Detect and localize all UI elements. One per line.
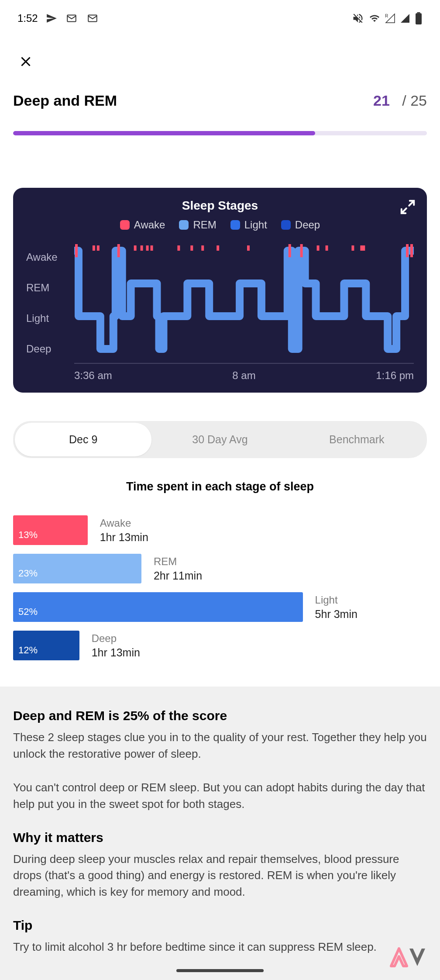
info-text-2: You can't control deep or REM sleep. But… — [13, 780, 427, 812]
status-time: 1:52 — [17, 12, 38, 24]
nav-handle[interactable] — [176, 969, 264, 972]
progress-bar — [13, 131, 427, 135]
info-heading-3: Tip — [13, 918, 427, 933]
legend-light: Light — [230, 219, 267, 231]
status-bar: 1:52 R — [0, 0, 440, 33]
stage-time: 2hr 11min — [154, 569, 202, 582]
score-value: 21 — [373, 92, 390, 109]
stage-time: 5hr 3min — [315, 608, 358, 621]
progress-fill — [13, 131, 315, 135]
hypnogram-line — [74, 251, 414, 349]
stage-row-awake: 13% Awake 1hr 13min — [13, 515, 427, 545]
chart-y-labels: Awake REM Light Deep — [26, 242, 74, 364]
stage-bar-light: 52% — [13, 592, 303, 622]
legend-rem: REM — [179, 219, 216, 231]
awake-markers — [76, 244, 412, 257]
tab-30day-avg[interactable]: 30 Day Avg — [151, 423, 288, 456]
info-text-3: During deep sleep your muscles relax and… — [13, 851, 427, 901]
stage-name: REM — [154, 556, 202, 568]
chart-x-axis: 3:36 am 8 am 1:16 pm — [26, 369, 414, 382]
tabs: Dec 9 30 Day Avg Benchmark — [13, 421, 427, 458]
score-max: 25 — [410, 92, 427, 109]
info-heading-1: Deep and REM is 25% of the score — [13, 708, 427, 723]
stage-name: Light — [315, 594, 358, 606]
chart-title: Sleep Stages — [26, 199, 414, 213]
legend-deep: Deep — [281, 219, 320, 231]
score: 21 / 25 — [373, 92, 427, 109]
sleep-stages-chart-card: Sleep Stages Awake REM Light Deep Awake … — [13, 188, 427, 393]
mail-icon — [65, 13, 78, 24]
svg-text:R: R — [385, 14, 388, 18]
close-button[interactable] — [17, 51, 427, 75]
stage-name: Deep — [92, 632, 140, 645]
info-text-1: These 2 sleep stages clue you in to the … — [13, 729, 427, 762]
stage-bar-rem: 23% — [13, 554, 141, 583]
signal-icon — [400, 13, 410, 24]
tab-benchmark[interactable]: Benchmark — [289, 423, 425, 456]
stage-bar-deep: 12% — [13, 631, 79, 660]
section-heading: Time spent in each stage of sleep — [0, 480, 440, 493]
legend-awake: Awake — [120, 219, 165, 231]
chart-legend: Awake REM Light Deep — [26, 219, 414, 231]
watermark-logo — [388, 945, 431, 971]
stage-time: 1hr 13min — [92, 646, 140, 659]
stage-bars: 13% Awake 1hr 13min 23% REM 2hr 11min 52… — [13, 515, 427, 660]
svg-rect-4 — [417, 12, 420, 13]
info-section: Deep and REM is 25% of the score These 2… — [0, 687, 440, 980]
tab-dec9[interactable]: Dec 9 — [15, 423, 151, 456]
mute-icon — [352, 12, 364, 24]
mail-icon-2 — [86, 13, 99, 24]
battery-icon — [415, 12, 423, 24]
chart-area[interactable] — [74, 242, 414, 364]
svg-rect-3 — [416, 13, 422, 24]
send-icon — [46, 13, 57, 24]
page-title: Deep and REM — [13, 92, 117, 109]
stage-time: 1hr 13min — [100, 531, 148, 544]
stage-name: Awake — [100, 517, 148, 529]
stage-row-rem: 23% REM 2hr 11min — [13, 554, 427, 583]
info-text-4: Try to limit alcohol 3 hr before bedtime… — [13, 939, 427, 956]
stage-row-deep: 12% Deep 1hr 13min — [13, 631, 427, 660]
stage-row-light: 52% Light 5hr 3min — [13, 592, 427, 622]
wifi-icon — [368, 13, 381, 24]
info-heading-2: Why it matters — [13, 830, 427, 845]
header: Deep and REM 21 / 25 — [0, 33, 440, 122]
score-separator: / — [394, 92, 410, 109]
stage-bar-awake: 13% — [13, 515, 88, 545]
expand-icon[interactable] — [399, 199, 416, 217]
signal-icon-r: R — [385, 13, 395, 24]
